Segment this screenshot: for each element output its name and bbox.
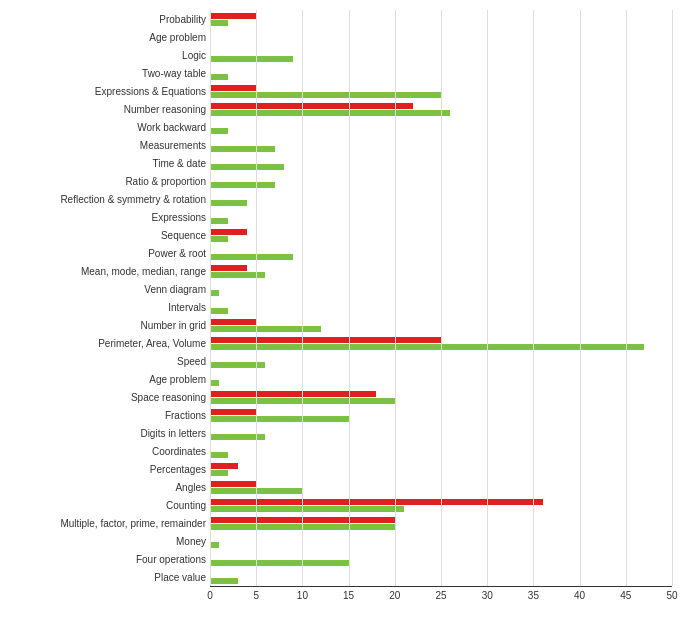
y-label: Number reasoning: [10, 100, 210, 118]
x-tick: 30: [482, 590, 493, 601]
y-label: Multiple, factor, prime, remainder: [10, 514, 210, 532]
x-axis: 05101520253035404550: [210, 586, 672, 602]
x-tick: 15: [343, 590, 354, 601]
bar-red: [210, 481, 256, 487]
y-label: Percentages: [10, 460, 210, 478]
bar-red: [210, 85, 256, 91]
y-label: Digits in letters: [10, 424, 210, 442]
y-label: Speed: [10, 352, 210, 370]
y-label: Sequence: [10, 226, 210, 244]
y-label: Four operations: [10, 550, 210, 568]
y-label: Mean, mode, median, range: [10, 262, 210, 280]
grid-line: [395, 10, 396, 586]
x-tick: 50: [666, 590, 677, 601]
y-label: Time & date: [10, 154, 210, 172]
y-label: Space reasoning: [10, 388, 210, 406]
x-tick: 20: [389, 590, 400, 601]
y-label: Counting: [10, 496, 210, 514]
bar-red: [210, 391, 376, 397]
bar-green: [210, 326, 321, 332]
grid-line: [487, 10, 488, 586]
bar-green: [210, 470, 228, 476]
y-label: Reflection & symmetry & rotation: [10, 190, 210, 208]
y-label: Age problem: [10, 370, 210, 388]
bar-green: [210, 164, 284, 170]
y-label: Probability: [10, 10, 210, 28]
bars-section: [210, 10, 672, 586]
grid-line: [349, 10, 350, 586]
bar-red: [210, 409, 256, 415]
bar-green: [210, 146, 275, 152]
bar-green: [210, 254, 293, 260]
x-tick: 5: [253, 590, 259, 601]
y-label: Expressions & Equations: [10, 82, 210, 100]
bar-green: [210, 308, 228, 314]
y-label: Money: [10, 532, 210, 550]
y-label: Number in grid: [10, 316, 210, 334]
y-label: Venn diagram: [10, 280, 210, 298]
grid-line: [580, 10, 581, 586]
bar-red: [210, 265, 247, 271]
bar-green: [210, 560, 349, 566]
y-label: Work backward: [10, 118, 210, 136]
bar-red: [210, 499, 543, 505]
x-tick: 10: [297, 590, 308, 601]
bar-green: [210, 290, 219, 296]
bar-red: [210, 319, 256, 325]
grid-line: [533, 10, 534, 586]
x-tick: 0: [207, 590, 213, 601]
y-label: Two-way table: [10, 64, 210, 82]
grid-line: [672, 10, 673, 586]
y-label: Place value: [10, 568, 210, 586]
grid-line: [441, 10, 442, 586]
bar-green: [210, 200, 247, 206]
bar-green: [210, 182, 275, 188]
bar-red: [210, 463, 238, 469]
y-label: Fractions: [10, 406, 210, 424]
bar-green: [210, 56, 293, 62]
y-label: Power & root: [10, 244, 210, 262]
y-label: Ratio & proportion: [10, 172, 210, 190]
bar-green: [210, 236, 228, 242]
grid-line: [256, 10, 257, 586]
grid-line: [302, 10, 303, 586]
y-label: Logic: [10, 46, 210, 64]
bar-green: [210, 20, 228, 26]
bar-green: [210, 452, 228, 458]
y-label: Angles: [10, 478, 210, 496]
bar-green: [210, 506, 404, 512]
y-label: Perimeter, Area, Volume: [10, 334, 210, 352]
grid-line: [210, 10, 211, 586]
bar-green: [210, 92, 441, 98]
bar-green: [210, 110, 450, 116]
y-label: Coordinates: [10, 442, 210, 460]
bar-green: [210, 578, 238, 584]
y-label: Expressions: [10, 208, 210, 226]
bar-green: [210, 218, 228, 224]
y-label: Age problem: [10, 28, 210, 46]
bar-green: [210, 542, 219, 548]
x-tick: 45: [620, 590, 631, 601]
bar-red: [210, 13, 256, 19]
bar-red: [210, 103, 413, 109]
y-label: Measurements: [10, 136, 210, 154]
grid-line: [626, 10, 627, 586]
bar-green: [210, 74, 228, 80]
x-tick: 35: [528, 590, 539, 601]
bar-red: [210, 229, 247, 235]
y-labels: ProbabilityAge problemLogicTwo-way table…: [10, 10, 210, 602]
chart-container: ProbabilityAge problemLogicTwo-way table…: [0, 0, 682, 632]
bar-green: [210, 380, 219, 386]
x-tick: 25: [435, 590, 446, 601]
y-label: Intervals: [10, 298, 210, 316]
bar-red: [210, 337, 441, 343]
x-tick: 40: [574, 590, 585, 601]
chart-area: 05101520253035404550: [210, 10, 672, 602]
bar-green: [210, 416, 349, 422]
bar-green: [210, 128, 228, 134]
